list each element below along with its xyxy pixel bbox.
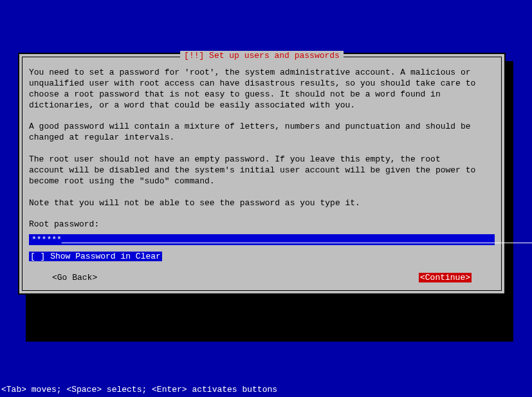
button-row: <Go Back> <Continue> — [29, 273, 495, 282]
root-password-input[interactable]: ******__________________________________… — [29, 234, 495, 245]
checkbox-indicator: [ ] — [30, 252, 50, 261]
go-back-button[interactable]: <Go Back> — [52, 273, 97, 282]
checkbox-label: Show Password in Clear — [50, 252, 161, 261]
continue-button[interactable]: <Continue> — [419, 273, 472, 282]
password-masked-value: ****** — [32, 235, 62, 245]
installer-dialog: [!!] Set up users and passwords You need… — [18, 53, 506, 295]
password-underline: ________________________________________… — [62, 235, 532, 245]
dialog-title: [!!] Set up users and passwords — [180, 51, 344, 60]
footer-hint: <Tab> moves; <Space> selects; <Enter> ac… — [0, 385, 277, 394]
show-password-checkbox[interactable]: [ ] Show Password in Clear — [29, 252, 162, 261]
dialog-body-text: You need to set a password for 'root', t… — [29, 68, 495, 230]
dialog-inner: [!!] Set up users and passwords You need… — [22, 57, 502, 291]
